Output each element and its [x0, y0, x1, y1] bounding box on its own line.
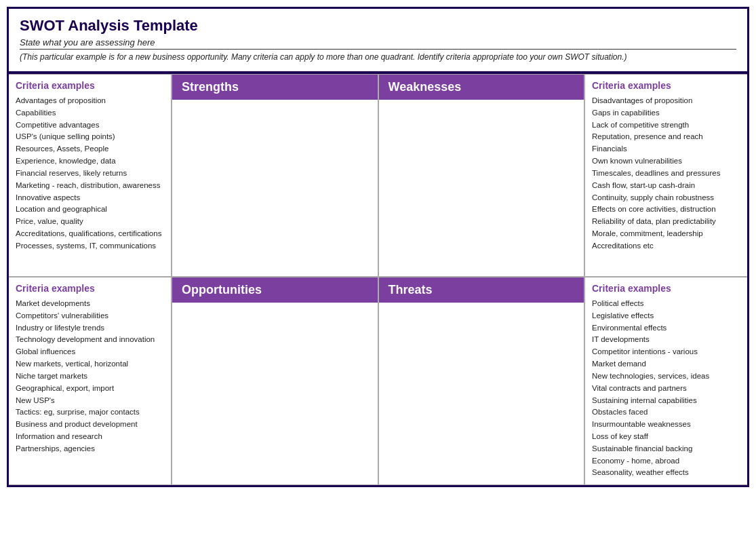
opportunities-header: Opportunities [172, 277, 378, 303]
list-item: Continuity, supply chain robustness [592, 192, 740, 204]
list-item: Tactics: eg, surprise, major contacts [16, 406, 164, 419]
list-item: Morale, commitment, leadership [592, 228, 740, 240]
strengths-header: Strengths [172, 75, 378, 100]
strengths-criteria-cell: Criteria examples Advantages of proposit… [9, 74, 172, 277]
list-item: Advantages of proposition [16, 95, 164, 107]
list-item: New technologies, services, ideas [592, 370, 740, 383]
list-item: Accreditations etc [592, 240, 740, 252]
list-item: Market demand [592, 358, 740, 370]
list-item: Reputation, presence and reach [592, 131, 740, 143]
opportunities-criteria-cell: Criteria examples Market developmentsCom… [9, 277, 172, 485]
list-item: Cash flow, start-up cash-drain [592, 180, 740, 192]
list-item: Vital contracts and partners [592, 383, 740, 395]
list-item: Effects on core activities, distruction [592, 204, 740, 216]
strengths-body[interactable] [172, 100, 378, 276]
weaknesses-quadrant: Weaknesses [378, 74, 585, 277]
list-item: Competitors' vulnerabilities [16, 310, 164, 322]
header-note: (This particular example is for a new bu… [20, 52, 736, 62]
list-item: Experience, knowledge, data [16, 155, 164, 168]
list-item: Lack of competitive strength [592, 119, 740, 132]
list-item: Industry or lifestyle trends [16, 322, 164, 334]
weaknesses-header: Weaknesses [379, 75, 584, 100]
list-item: IT developments [592, 334, 740, 346]
weaknesses-body[interactable] [379, 100, 584, 276]
list-item: Price, value, quality [16, 216, 164, 228]
weaknesses-criteria-title: Criteria examples [592, 80, 740, 91]
opportunities-quadrant: Opportunities [172, 277, 378, 485]
list-item: Accreditations, qualifications, certific… [16, 228, 164, 240]
list-item: Gaps in capabilities [592, 107, 740, 119]
threats-criteria-cell: Criteria examples Political effectsLegis… [584, 277, 747, 485]
list-item: Technology development and innovation [16, 334, 164, 346]
list-item: Disadvantages of proposition [592, 95, 740, 107]
weaknesses-criteria-list: Disadvantages of propositionGaps in capa… [592, 95, 740, 252]
list-item: Location and geographical [16, 204, 164, 216]
list-item: Competitive advantages [16, 119, 164, 132]
list-item: Sustainable financial backing [592, 443, 740, 455]
swot-template: SWOT Analysis Template State what you ar… [7, 7, 749, 487]
header-section: SWOT Analysis Template State what you ar… [9, 9, 747, 73]
list-item: Market developments [16, 298, 164, 310]
list-item: Timescales, deadlines and pressures [592, 168, 740, 180]
list-item: Environmental effects [592, 322, 740, 334]
page-title: SWOT Analysis Template [20, 17, 736, 35]
list-item: Economy - home, abroad [592, 455, 740, 467]
list-item: Global influences [16, 346, 164, 358]
list-item: Partnerships, agencies [16, 443, 164, 455]
list-item: Information and research [16, 431, 164, 443]
strengths-criteria-list: Advantages of propositionCapabilitiesCom… [16, 95, 164, 252]
strengths-quadrant: Strengths [172, 74, 378, 277]
list-item: New markets, vertical, horizontal [16, 358, 164, 370]
opportunities-criteria-list: Market developmentsCompetitors' vulnerab… [16, 298, 164, 455]
list-item: Business and product development [16, 419, 164, 431]
list-item: Financial reserves, likely returns [16, 168, 164, 180]
list-item: Capabilities [16, 107, 164, 119]
list-item: Political effects [592, 298, 740, 310]
list-item: Obstacles faced [592, 406, 740, 419]
list-item: Insurmountable weaknesses [592, 419, 740, 431]
list-item: USP's (unique selling points) [16, 131, 164, 143]
list-item: Reliability of data, plan predictability [592, 216, 740, 228]
list-item: Marketing - reach, distribution, awarene… [16, 180, 164, 192]
threats-body[interactable] [379, 303, 584, 484]
list-item: Geographical, export, import [16, 383, 164, 395]
list-item: Niche target markets [16, 370, 164, 383]
list-item: Resources, Assets, People [16, 143, 164, 155]
weaknesses-criteria-cell: Criteria examples Disadvantages of propo… [584, 74, 747, 277]
threats-criteria-list: Political effectsLegislative effectsEnvi… [592, 298, 740, 479]
opportunities-body[interactable] [172, 303, 378, 484]
list-item: Sustaining internal capabilities [592, 395, 740, 407]
list-item: Own known vulnerabilities [592, 155, 740, 168]
list-item: Competitor intentions - various [592, 346, 740, 358]
list-item: Legislative effects [592, 310, 740, 322]
swot-grid: Criteria examples Advantages of proposit… [9, 73, 747, 485]
header-subtitle: State what you are assessing here [20, 37, 736, 50]
threats-header: Threats [379, 277, 584, 303]
strengths-criteria-title: Criteria examples [16, 80, 164, 91]
list-item: New USP's [16, 395, 164, 407]
threats-criteria-title: Criteria examples [592, 283, 740, 294]
opportunities-criteria-title: Criteria examples [16, 283, 164, 294]
threats-quadrant: Threats [378, 277, 585, 485]
list-item: Innovative aspects [16, 192, 164, 204]
list-item: Loss of key staff [592, 431, 740, 443]
list-item: Seasonality, weather effects [592, 467, 740, 479]
list-item: Financials [592, 143, 740, 155]
list-item: Processes, systems, IT, communications [16, 240, 164, 252]
